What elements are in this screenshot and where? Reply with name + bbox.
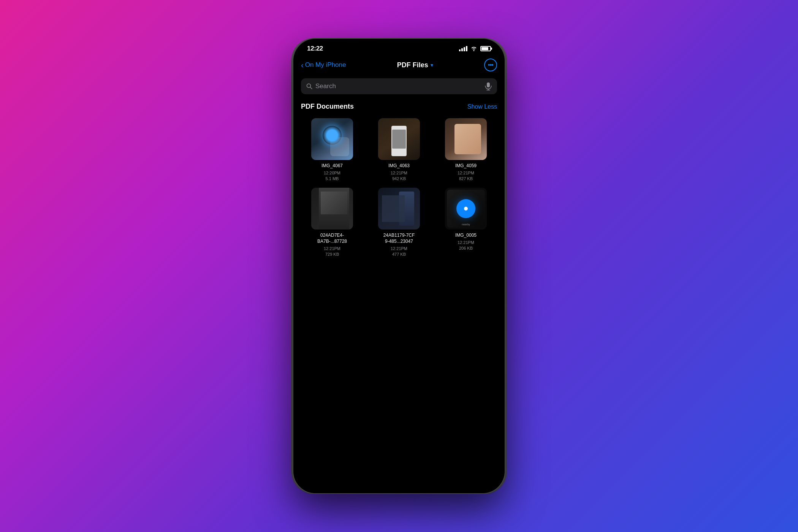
svg-rect-2 (487, 82, 490, 87)
file-grid: IMG_4067 12:20PM5.1 MB IMG_4063 12:21PM9… (301, 118, 497, 257)
signal-icon (459, 46, 467, 51)
file-thumbnail (378, 118, 420, 160)
status-bar: 12:22 (293, 39, 505, 55)
content-area: PDF Documents Show Less IMG_4067 12:20PM… (293, 99, 505, 493)
file-meta: 12:21PM827 KB (458, 170, 474, 182)
navigation-bar: ‹ On My iPhone PDF Files ▾ ••• (293, 55, 505, 75)
dynamic-island (374, 43, 424, 57)
file-thumbnail (445, 118, 487, 160)
list-item[interactable]: IMG_4059 12:21PM827 KB (435, 118, 497, 182)
more-options-button[interactable]: ••• (484, 59, 497, 71)
back-chevron-icon: ‹ (301, 61, 304, 69)
nav-title: PDF Files (397, 61, 428, 69)
file-name: IMG_0005 (455, 233, 477, 239)
search-bar[interactable]: Search (301, 78, 497, 94)
file-thumbnail (311, 118, 353, 160)
status-icons (459, 46, 491, 51)
status-time: 12:22 (307, 45, 323, 52)
microphone-icon[interactable] (485, 82, 492, 90)
file-meta: 12:21PM729 KB (324, 246, 340, 258)
battery-icon (480, 46, 491, 51)
file-meta: 12:21PM477 KB (391, 246, 407, 258)
list-item[interactable]: IMG_4067 12:20PM5.1 MB (301, 118, 363, 182)
file-name: 024AD7E4-BA7B-...87728 (317, 233, 347, 244)
nav-title-area: PDF Files ▾ (346, 61, 484, 69)
file-name: IMG_4063 (388, 163, 410, 169)
back-label: On My iPhone (305, 61, 346, 69)
list-item[interactable]: 24AB1179-7CF9-485...23047 12:21PM477 KB (368, 188, 430, 257)
list-item[interactable]: 024AD7E4-BA7B-...87728 12:21PM729 KB (301, 188, 363, 257)
section-title: PDF Documents (301, 103, 354, 111)
nav-title-chevron-icon[interactable]: ▾ (431, 62, 433, 68)
search-placeholder: Search (315, 82, 482, 90)
file-meta: 12:21PM206 KB (458, 240, 474, 252)
list-item[interactable]: IMG_4063 12:21PM942 KB (368, 118, 430, 182)
phone-device: 12:22 ‹ On My iPhone PDF Files (293, 38, 505, 494)
file-meta: 12:21PM942 KB (391, 170, 407, 182)
nearby-label: nearby (445, 223, 487, 226)
airtag-dot (464, 207, 468, 211)
file-name: IMG_4067 (321, 163, 343, 169)
file-name: IMG_4059 (455, 163, 477, 169)
back-button[interactable]: ‹ On My iPhone (301, 61, 346, 69)
list-item[interactable]: nearby IMG_0005 12:21PM206 KB (435, 188, 497, 257)
search-icon (306, 83, 312, 89)
wifi-icon (470, 46, 477, 51)
file-thumbnail: nearby (445, 188, 487, 230)
file-name: 24AB1179-7CF9-485...23047 (383, 233, 415, 244)
more-dots-icon: ••• (488, 62, 493, 68)
phone-screen: 12:22 ‹ On My iPhone PDF Files (293, 39, 505, 493)
file-thumbnail (378, 188, 420, 230)
svg-line-1 (310, 87, 312, 89)
battery-fill (481, 47, 488, 50)
section-header: PDF Documents Show Less (301, 103, 497, 111)
search-bar-container: Search (293, 75, 505, 99)
file-thumbnail (311, 188, 353, 230)
airtag-icon (456, 199, 475, 218)
file-meta: 12:20PM5.1 MB (324, 170, 340, 182)
show-less-button[interactable]: Show Less (467, 103, 497, 110)
